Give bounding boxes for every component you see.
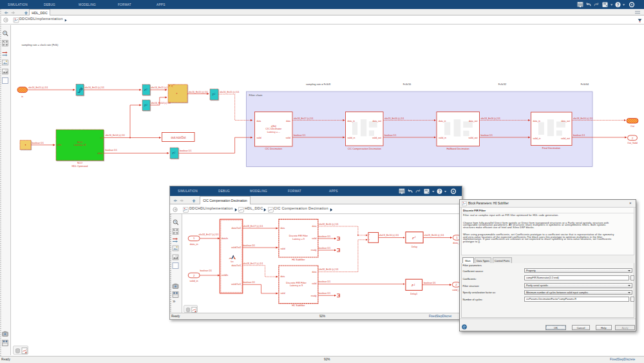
svg-text:data: data (312, 225, 317, 228)
svg-text:boolean D1: boolean D1 (294, 134, 305, 137)
svg-text:valid: valid (312, 282, 316, 285)
svg-text:Final Decimation: Final Decimation (542, 147, 560, 150)
svg-text:sfix16_En15 (c) D1: sfix16_En15 (c) D1 (151, 86, 171, 89)
svg-text:Fclk/16: Fclk/16 (403, 83, 412, 86)
svg-text:sfix18_En16 (c) D1: sfix18_En16 (c) D1 (573, 117, 593, 120)
svg-text:Latency = 9: Latency = 9 (290, 284, 303, 287)
svg-text:boolean D1: boolean D1 (481, 134, 493, 137)
svg-text:NCO: NCO (77, 162, 82, 164)
svg-text:?: ? (617, 3, 620, 7)
svg-text:Delay1: Delay1 (410, 293, 417, 295)
svg-text:2: 2 (632, 137, 633, 140)
svg-text:sfix18_En17 (c) D1: sfix18_En17 (c) D1 (243, 225, 263, 228)
svg-text:sfix18_En17 (c) D1: sfix18_En17 (c) D1 (243, 262, 263, 265)
svg-text:dataIn: dataIn (222, 237, 228, 240)
svg-text:valid: valid (280, 248, 285, 250)
svg-text:boolean D1: boolean D1 (573, 134, 585, 137)
svg-text:sfix18_En17 (c) D1: sfix18_En17 (c) D1 (199, 233, 219, 236)
svg-text:sfix16_En15 (c) D1: sfix16_En15 (c) D1 (28, 86, 48, 89)
svg-text:boolean D1: boolean D1 (200, 270, 213, 272)
svg-text:dataOut2: dataOut2 (231, 227, 241, 230)
svg-text:Discrete FIR Filter: Discrete FIR Filter (289, 235, 308, 237)
svg-text:data_out: data_out (561, 120, 570, 123)
svg-text:valid: valid (312, 237, 316, 240)
svg-text:data_in: data_in (533, 120, 541, 123)
svg-text:data_in: data_in (348, 120, 355, 123)
svg-text:Latency = 8: Latency = 8 (74, 144, 86, 146)
svg-text:Latency = --: Latency = -- (267, 131, 281, 133)
svg-text:sfix18_En17 (c) D1: sfix18_En17 (c) D1 (294, 117, 314, 120)
svg-text:*: * (176, 92, 178, 96)
svg-text:data_in: data_in (190, 242, 198, 246)
svg-text:data: data (286, 120, 290, 123)
svg-text:sfix18_En16 (c) D1: sfix18_En16 (c) D1 (319, 223, 339, 226)
svg-text:validIn: validIn (222, 274, 229, 277)
svg-text:boolean D1: boolean D1 (424, 282, 436, 284)
svg-text:valid_in: valid_in (439, 137, 446, 139)
svg-text:boolean D1: boolean D1 (319, 247, 331, 250)
svg-text:Fclk/32: Fclk/32 (498, 83, 507, 86)
svg-text:data: data (280, 275, 285, 278)
svg-text:sfix19_En16 (c) D1: sfix19_En16 (c) D1 (384, 117, 404, 120)
svg-text:boolean D1: boolean D1 (180, 150, 191, 152)
svg-text:fcn: fcn (231, 260, 234, 263)
svg-text:data_out: data_out (372, 120, 381, 123)
svg-text:data: data (280, 227, 285, 230)
svg-text:valid: valid (286, 137, 290, 139)
svg-text:Fclk/64: Fclk/64 (581, 83, 589, 86)
svg-text:boolean D1: boolean D1 (319, 280, 331, 283)
svg-text:valid: valid (257, 137, 261, 139)
svg-text:sfix16_En15 (c) D1: sfix16_En15 (c) D1 (189, 91, 209, 93)
svg-text:data_in: data_in (439, 120, 446, 123)
svg-text:sfix16_En15 (c) D1: sfix16_En15 (c) D1 (85, 86, 105, 89)
svg-text:boolean D1: boolean D1 (32, 142, 44, 144)
svg-text:in: in (21, 95, 23, 98)
svg-text:Filter chain: Filter chain (249, 93, 263, 97)
svg-text:out.ncoOut: out.ncoOut (171, 136, 187, 139)
svg-text:valid_out: valid_out (561, 137, 570, 140)
svg-text:boolean D1: boolean D1 (243, 281, 256, 284)
svg-text:sfix19_En16 (c) D1: sfix19_En16 (c) D1 (379, 234, 399, 237)
svg-text:wrEn: wrEn (57, 144, 62, 146)
svg-text:ready: ready (311, 249, 317, 251)
svg-text:sfix16_En15 (c) D1: sfix16_En15 (c) D1 (220, 91, 240, 93)
svg-text:data: data (257, 120, 261, 123)
svg-text:valid_in: valid_in (533, 137, 541, 140)
svg-text:HDL Optimized: HDL Optimized (72, 165, 88, 168)
svg-text:valid_out: valid_out (468, 137, 477, 139)
svg-text:sfix19_En16 (c) D1: sfix19_En16 (c) D1 (424, 234, 444, 237)
svg-text:Delay: Delay (412, 246, 417, 248)
svg-text:Out_Valid: Out_Valid (627, 142, 638, 144)
svg-text:Halfband Decimation: Halfband Decimation (446, 148, 469, 150)
svg-text:validOut2: validOut2 (231, 246, 241, 249)
svg-text:boolean D1: boolean D1 (319, 235, 331, 238)
svg-text:valid_in: valid_in (190, 279, 198, 282)
svg-text:Latency = 9: Latency = 9 (292, 238, 305, 240)
svg-text:boolean D1: boolean D1 (384, 134, 396, 137)
svg-text:data_out: data_out (469, 120, 478, 123)
svg-text:H1 Subfilter: H1 Subfilter (292, 304, 305, 307)
svg-text:dataOut1: dataOut1 (231, 264, 241, 267)
svg-text:sin: sin (100, 137, 103, 139)
svg-text:valid_out: valid_out (372, 137, 381, 139)
svg-text:NCO: NCO (77, 141, 82, 144)
svg-text:sfix16_En14 (c) D1: sfix16_En14 (c) D1 (106, 134, 126, 137)
svg-text:data: data (312, 271, 317, 273)
svg-text:ready: ready (311, 295, 317, 297)
svg-text:CIC Decimation: CIC Decimation (265, 148, 283, 150)
svg-text:sampling rate = Fclk/8: sampling rate = Fclk/8 (306, 83, 330, 86)
svg-text:valid: valid (280, 292, 285, 295)
svg-text:sfix18_En16 (c) D1: sfix18_En16 (c) D1 (481, 117, 501, 120)
svg-text:boolean D1: boolean D1 (243, 244, 256, 247)
svg-text:boolean D1: boolean D1 (106, 149, 117, 152)
svg-text:vldOut: vldOut (97, 152, 102, 155)
svg-text:CIC Compensation Decimation: CIC Compensation Decimation (348, 148, 381, 150)
svg-text:H0 Subfilter: H0 Subfilter (292, 258, 305, 261)
svg-text:sfix18_En16 (c) D1: sfix18_En16 (c) D1 (319, 268, 339, 271)
svg-text:validOut1: validOut1 (231, 283, 241, 286)
svg-text:sfix16_En14 (c) D1: sfix16_En14 (c) D1 (151, 102, 171, 104)
svg-text:Out: Out (630, 125, 634, 128)
svg-text:valid_in: valid_in (348, 137, 355, 139)
svg-text:boolean D1: boolean D1 (319, 292, 331, 295)
svg-text:sampling rate = clock rate (Fc: sampling rate = clock rate (Fclk) (22, 43, 59, 46)
